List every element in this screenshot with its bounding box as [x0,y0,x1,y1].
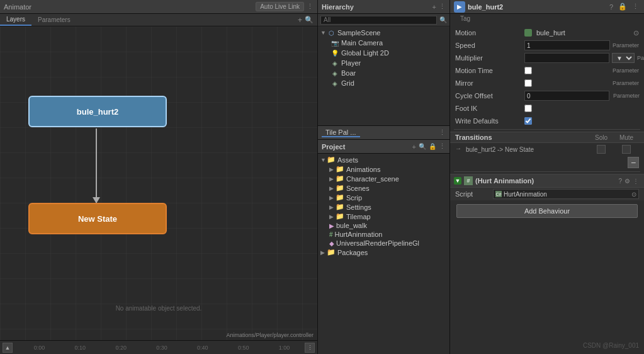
tilemap-folder-icon: 📁 [336,212,344,220]
state-node-orange[interactable]: New State [28,203,167,234]
project-lock-icon[interactable]: 🔒 [429,143,436,150]
mark-6: 1:00 [264,345,305,351]
motion-row: Motion bule_hurt ⊙ [450,26,644,39]
behaviour-section: ▼ # (Hurt Aninmation) ? ⚙ ⋮ Script C# Hu… [450,174,644,200]
foot-ik-label: Foot IK [455,105,524,112]
hier-light-label: Global Light 2D [341,49,389,57]
multiplier-label: Multiplier [455,54,524,62]
multiplier-row: Multiplier ▼ Parameter [450,52,644,64]
camera-icon: 📷 [330,38,339,47]
motion-time-checkbox[interactable] [524,67,532,74]
inspector-more-btn[interactable]: ⋮ [631,3,640,11]
inspector-question-btn[interactable]: ? [608,3,614,11]
cycle-offset-field[interactable] [524,91,609,101]
charscene-arrow: ▶ [329,176,336,182]
behaviour-script-row: Script C# HurtAninmation ⊙ [450,188,644,200]
project-search-icon[interactable]: 🔍 [419,143,426,150]
hier-item-player[interactable]: ◈ Player [318,58,449,68]
multiplier-dropdown[interactable]: ▼ [612,53,635,63]
behaviour-settings-btn[interactable]: ⚙ [623,178,631,185]
behaviour-expand-icon: ▼ [454,177,461,185]
layers-tab[interactable]: Layers [0,14,31,26]
animator-canvas: bule_hurt2 New State No animatable objec… [0,26,317,340]
assets-label: Assets [337,156,358,164]
transition-solo-checkbox[interactable] [597,145,606,154]
mark-5: 0:50 [223,345,264,351]
speed-field[interactable] [524,40,610,50]
scene-icon: ⬡ [327,28,336,37]
hier-item-boar[interactable]: ◈ Boar [318,68,449,78]
project-add-icon[interactable]: + [412,143,416,151]
inspector-state-icon: ▶ [454,1,465,13]
write-defaults-checkbox[interactable] [524,117,532,125]
project-title: Project [322,143,345,151]
hier-item-maincamera[interactable]: 📷 Main Camera [318,38,449,48]
assets-arrow: ▼ [320,157,327,163]
scenes-arrow: ▶ [329,185,336,191]
hierarchy-more-icon[interactable]: ⋮ [439,3,446,11]
project-more-icon[interactable]: ⋮ [439,142,446,151]
behaviour-question-btn[interactable]: ? [617,178,623,185]
tile-pal-tab[interactable]: Tile Pal ... [322,128,360,137]
universal-icon: ◆ [329,240,334,247]
middle-panel: Hierarchy + ⋮ 🔍 ▼ ⬡ SampleScene 📷 Main C… [318,0,450,354]
hierarchy-search[interactable] [320,16,437,25]
hier-arrow: ▼ [320,30,327,36]
inspector-divider-1 [454,129,640,130]
foot-ik-checkbox[interactable] [524,105,532,112]
hierarchy-panel: Hierarchy + ⋮ 🔍 ▼ ⬡ SampleScene 📷 Main C… [318,0,449,126]
add-behaviour-button[interactable]: Add Behaviour [456,204,638,218]
hier-item-grid[interactable]: ◈ Grid [318,78,449,88]
tile-pal-more-icon[interactable]: ⋮ [439,128,446,137]
inspector-content: Motion bule_hurt ⊙ Speed Parameter Multi… [450,24,644,354]
hierarchy-content: ▼ ⬡ SampleScene 📷 Main Camera 💡 Global L… [318,26,449,125]
proj-item-hurtaninmation[interactable]: # HurtAninmation [318,230,449,239]
packages-arrow: ▶ [320,249,327,256]
hierarchy-add-icon[interactable]: + [432,3,436,11]
state-node-blue[interactable]: bule_hurt2 [28,96,167,127]
hier-scene-label: SampleScene [337,29,381,37]
orange-state-label: New State [78,214,117,224]
hierarchy-header: Hierarchy + ⋮ [318,0,449,14]
blue-state-label: bule_hurt2 [77,107,118,117]
mark-4: 0:40 [182,345,223,351]
proj-item-animations[interactable]: ▶ 📁 Animations [318,164,449,174]
more-icon[interactable]: ⋮ [307,3,314,11]
inspector-tools: ? 🔒 ⋮ [608,3,640,11]
proj-item-charscene[interactable]: ▶ 📁 Character_scene [318,174,449,183]
proj-item-scrip[interactable]: ▶ 📁 Scrip [318,193,449,202]
transition-mute-checkbox[interactable] [622,145,631,154]
mirror-checkbox[interactable] [524,79,532,87]
speed-row: Speed Parameter [450,39,644,52]
behaviour-header[interactable]: ▼ # (Hurt Aninmation) ? ⚙ ⋮ [450,174,644,188]
proj-item-settings[interactable]: ▶ 📁 Settings [318,202,449,212]
proj-item-assets[interactable]: ▼ 📁 Assets [318,155,449,164]
transition-remove-btn[interactable]: − [628,157,639,168]
behaviour-script-field[interactable]: C# HurtAninmation ⊙ [493,189,639,199]
mute-col-header: Mute [614,134,639,141]
inspector-lock-btn[interactable]: 🔒 [617,3,628,11]
motion-value: bule_hurt ⊙ [524,29,639,37]
add-layer-icon[interactable]: + [298,16,302,25]
scrip-folder-icon: 📁 [336,193,344,202]
timeline-settings-btn[interactable]: ⋮ [305,343,315,353]
search-layer-icon[interactable]: 🔍 [305,16,314,24]
proj-item-packages[interactable]: ▶ 📁 Packages [318,248,449,257]
hier-item-globallight[interactable]: 💡 Global Light 2D [318,48,449,58]
packages-folder-icon: 📁 [327,248,336,256]
auto-live-link-button[interactable]: Auto Live Link [256,2,304,11]
proj-item-universal[interactable]: ◆ UniversalRenderPipelineGl [318,239,449,248]
bulewalk-icon: ▶ [329,222,334,229]
timeline-expand-btn[interactable]: ▲ [3,343,13,353]
proj-item-scenes[interactable]: ▶ 📁 Scenes [318,183,449,193]
grid-icon: ◈ [330,79,339,88]
multiplier-field[interactable] [524,53,609,63]
behaviour-script-value: HurtAninmation [504,191,547,198]
hier-item-samplescene[interactable]: ▼ ⬡ SampleScene [318,28,449,38]
proj-item-tilemap[interactable]: ▶ 📁 Tilemap [318,212,449,221]
parameters-tab[interactable]: Parameters [31,14,77,26]
animator-timeline: ▲ 0:00 0:10 0:20 0:30 0:40 0:50 1:00 ⋮ [0,340,317,354]
proj-item-bulewalk[interactable]: ▶ bule_walk [318,221,449,230]
transition-item-name[interactable]: bule_hurt2 -> New State [466,146,589,153]
behaviour-more-btn[interactable]: ⋮ [631,178,640,185]
